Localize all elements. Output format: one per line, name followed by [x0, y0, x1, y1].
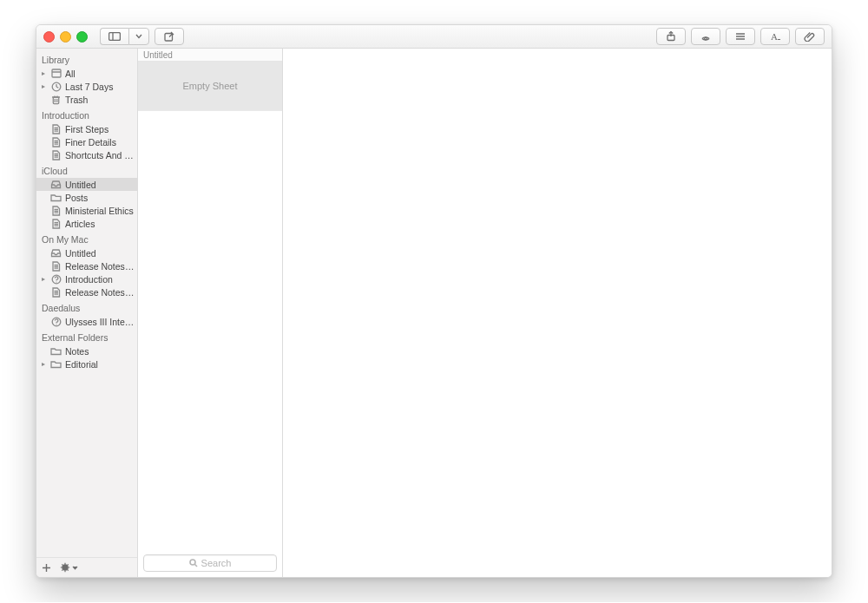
svg-line-17 — [56, 87, 58, 88]
sidebar-toggle-button[interactable] — [100, 28, 128, 45]
sidebar-item[interactable]: ▸All — [36, 67, 137, 80]
typography-icon: A — [769, 31, 781, 42]
sidebar-item[interactable]: ▸Ministerial Ethics — [36, 204, 137, 217]
sidebar-group-header: Introduction — [36, 106, 137, 122]
svg-point-7 — [705, 37, 707, 40]
svg-point-48 — [56, 324, 56, 324]
search-icon — [189, 559, 198, 567]
svg-line-60 — [68, 564, 69, 565]
inbox-icon — [50, 247, 62, 259]
sidebar-item[interactable]: ▸Notes — [36, 344, 137, 357]
help-icon — [50, 273, 62, 285]
sidebar-item-label: Editorial — [65, 359, 135, 370]
chevron-down-icon — [72, 565, 78, 571]
page-icon — [50, 286, 62, 298]
sidebar-group-header: iCloud — [36, 161, 137, 178]
sidebar-item-label: Release Notes (1.1) — [65, 287, 135, 298]
disclosure-triangle-icon[interactable]: ▸ — [40, 275, 47, 283]
editor-pane[interactable] — [283, 49, 832, 577]
typography-button[interactable]: A — [760, 28, 790, 45]
sidebar-item-label: Posts — [65, 193, 135, 203]
close-window-button[interactable] — [43, 31, 55, 43]
sidebar-item-label: Untitled — [65, 180, 135, 190]
sidebar-list: Library▸All▸Last 7 Days▸TrashIntroductio… — [36, 49, 137, 557]
tray-icon — [50, 68, 62, 79]
window-controls — [43, 31, 88, 43]
svg-rect-18 — [53, 97, 58, 104]
sidebar-item[interactable]: ▸Posts — [36, 191, 137, 204]
page-icon — [50, 218, 62, 229]
page-icon — [50, 205, 62, 216]
sidebar-group-header: External Folders — [36, 328, 137, 344]
sidebar: Library▸All▸Last 7 Days▸TrashIntroductio… — [36, 49, 138, 577]
sidebar-item[interactable]: ▸Untitled — [36, 246, 137, 259]
page-icon — [50, 136, 62, 147]
share-icon — [666, 31, 676, 42]
sidebar-item-label: Ulysses III Integration — [65, 317, 135, 327]
sidebar-item[interactable]: ▸Shortcuts And Oth… — [36, 148, 137, 161]
sheet-item[interactable]: Empty Sheet — [138, 62, 282, 111]
folder-icon — [50, 358, 62, 370]
sidebar-item[interactable]: ▸Articles — [36, 217, 137, 230]
chevron-down-icon — [135, 33, 142, 40]
sidebar-item[interactable]: ▸Finer Details — [36, 135, 137, 148]
sidebar-item-label: Last 7 Days — [65, 82, 135, 92]
gear-icon — [60, 562, 70, 573]
sidebar-item-label: Introduction — [65, 274, 135, 285]
svg-line-57 — [62, 564, 62, 565]
sidebar-item-label: Trash — [65, 95, 135, 105]
share-button[interactable] — [656, 28, 686, 45]
paperclip-icon — [804, 31, 816, 42]
sidebar-item-label: Notes — [65, 346, 135, 357]
sidebar-dropdown-button[interactable] — [128, 28, 149, 45]
disclosure-triangle-icon[interactable]: ▸ — [40, 69, 47, 77]
page-icon — [50, 260, 62, 272]
sidebar-item-label: Release Notes (1.2) — [65, 261, 135, 272]
sidebar-group-header: Daedalus — [36, 298, 137, 315]
sidebar-group-header: Library — [36, 50, 137, 67]
sidebar-item[interactable]: ▸Release Notes (1.1) — [36, 285, 137, 298]
sidebar-item-label: First Steps — [65, 124, 135, 134]
sidebar-toggle-segment — [100, 28, 149, 45]
preview-icon — [700, 31, 712, 42]
sidebar-item[interactable]: ▸Untitled — [36, 178, 137, 191]
folder-icon — [50, 192, 62, 203]
sidebar-item[interactable]: ▸Trash — [36, 93, 137, 106]
view-mode-button[interactable] — [726, 28, 755, 45]
sidebar-item[interactable]: ▸Ulysses III Integration — [36, 315, 137, 328]
sidebar-item[interactable]: ▸Release Notes (1.2) — [36, 259, 137, 272]
zoom-window-button[interactable] — [76, 31, 88, 43]
settings-button[interactable] — [60, 562, 78, 573]
svg-line-58 — [68, 570, 69, 571]
titlebar: A — [36, 25, 832, 49]
sidebar-item[interactable]: ▸Introduction — [36, 272, 137, 285]
search-input[interactable]: Search — [143, 554, 277, 572]
sidebar-item-label: Ministerial Ethics — [65, 206, 135, 216]
add-button[interactable] — [42, 563, 51, 573]
sidebar-item-label: Finer Details — [65, 137, 135, 147]
compose-icon — [164, 31, 174, 42]
minimize-window-button[interactable] — [60, 31, 71, 43]
compose-button[interactable] — [155, 28, 184, 45]
svg-rect-13 — [52, 69, 61, 77]
sidebar-item[interactable]: ▸First Steps — [36, 122, 137, 135]
preview-button[interactable] — [691, 28, 720, 45]
app-window: A Library▸All▸Last 7 Days▸TrashIntroduct… — [36, 24, 832, 578]
sidebar-footer — [36, 557, 137, 577]
svg-point-52 — [64, 567, 66, 568]
sidebar-toggle-icon — [108, 32, 121, 41]
svg-text:A: A — [771, 31, 778, 42]
sidebar-item[interactable]: ▸Last 7 Days — [36, 80, 137, 93]
sidebar-item[interactable]: ▸Editorial — [36, 357, 137, 370]
disclosure-triangle-icon[interactable]: ▸ — [40, 360, 47, 368]
sidebar-group-header: On My Mac — [36, 230, 137, 246]
page-icon — [50, 149, 62, 161]
attachments-button[interactable] — [795, 28, 825, 45]
disclosure-triangle-icon[interactable]: ▸ — [40, 82, 47, 90]
trash-icon — [50, 94, 62, 105]
sheet-list-pane: Untitled Empty Sheet Search — [138, 49, 283, 577]
svg-point-61 — [190, 560, 195, 565]
svg-line-62 — [194, 564, 197, 567]
page-icon — [50, 123, 62, 134]
list-icon — [734, 32, 746, 41]
